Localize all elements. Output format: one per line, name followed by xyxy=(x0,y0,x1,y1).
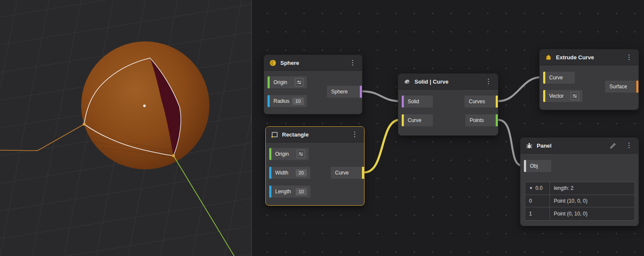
input-curve[interactable]: Curve xyxy=(543,72,575,84)
sliders-icon[interactable] xyxy=(295,78,303,87)
node-sphere-header[interactable]: Sphere ⋮ xyxy=(264,55,362,71)
port-label: Sphere xyxy=(331,89,348,95)
port-label: Curve xyxy=(408,117,421,123)
solid-curve-icon xyxy=(403,78,411,85)
origin-vertex[interactable] xyxy=(143,105,146,107)
input-origin[interactable]: Origin xyxy=(268,76,307,88)
table-row-value: Point (0, 10, 0) xyxy=(550,207,635,220)
kebab-menu-icon[interactable]: ⋮ xyxy=(624,53,634,61)
bug-icon xyxy=(525,142,533,149)
node-extrude-curve-header[interactable]: Extrude Curve ⋮ xyxy=(540,49,638,65)
sliders-icon[interactable] xyxy=(297,150,305,158)
port-label: Radius xyxy=(273,98,289,104)
port-label: Solid xyxy=(408,99,419,105)
value-chip[interactable]: 10 xyxy=(292,98,303,105)
port-label: Length xyxy=(275,189,291,195)
node-title: Solid | Curve xyxy=(415,79,449,85)
value-chip[interactable]: 20 xyxy=(296,169,307,177)
node-title: Panel xyxy=(537,143,552,149)
rectangle-icon xyxy=(271,131,278,138)
output-surface[interactable]: Surface xyxy=(605,81,638,93)
kebab-menu-icon[interactable]: ⋮ xyxy=(484,77,493,86)
wire-curves-to-extrude[interactable] xyxy=(498,77,541,101)
node-sphere[interactable]: Sphere ⋮ Origin Radius 10 Sphere xyxy=(264,55,362,114)
input-curve[interactable]: Curve xyxy=(402,114,433,126)
port-label: Origin xyxy=(275,151,289,157)
sliders-icon[interactable] xyxy=(570,92,579,100)
wire-sphere-to-solid[interactable] xyxy=(362,91,400,101)
node-title: Extrude Curve xyxy=(556,54,594,61)
node-title: Sphere xyxy=(280,60,299,66)
kebab-menu-icon[interactable]: ⋮ xyxy=(624,141,634,150)
port-label: Curves xyxy=(469,99,485,105)
output-sphere[interactable]: Sphere xyxy=(327,86,362,98)
node-editor-canvas[interactable]: Sphere ⋮ Origin Radius 10 Sphere Rectang… xyxy=(252,0,644,256)
node-panel-header[interactable]: Panel ⋮ xyxy=(520,138,638,154)
table-row-value: Point (10, 0, 0) xyxy=(550,195,635,208)
3d-viewport[interactable] xyxy=(0,0,252,256)
port-label: Origin xyxy=(273,79,287,85)
node-rectangle[interactable]: Rectangle ⋮ Origin Width 20 Length 10 Cu… xyxy=(265,126,365,206)
node-solid-curve[interactable]: Solid | Curve ⋮ Solid Curve Curves Point… xyxy=(398,73,498,136)
input-obj[interactable]: Obj xyxy=(524,160,551,172)
port-label: Obj xyxy=(530,163,538,169)
table-header-value: length: 2 xyxy=(550,182,635,195)
wire-points-to-panel[interactable] xyxy=(498,120,522,166)
table-header-key[interactable]: ▼ 0.0 xyxy=(525,182,550,195)
port-label: Surface xyxy=(609,84,627,90)
port-label: Curve xyxy=(335,170,349,176)
node-rectangle-header[interactable]: Rectangle ⋮ xyxy=(266,127,364,143)
table-row-key: 1 xyxy=(525,207,550,220)
node-solid-curve-header[interactable]: Solid | Curve ⋮ xyxy=(398,74,498,90)
node-panel[interactable]: Panel ⋮ Obj ▼ 0.0 length: 2 0 Point (10,… xyxy=(520,137,639,226)
viewport-scene xyxy=(0,0,252,256)
panel-data-table: ▼ 0.0 length: 2 0 Point (10, 0, 0) 1 Poi… xyxy=(525,182,635,221)
kebab-menu-icon[interactable]: ⋮ xyxy=(350,130,359,139)
value-chip[interactable]: 10 xyxy=(296,188,307,195)
table-row-key: 0 xyxy=(525,195,550,208)
collapse-triangle-icon[interactable]: ▼ xyxy=(529,186,533,190)
pencil-icon[interactable] xyxy=(610,143,616,149)
kebab-menu-icon[interactable]: ⋮ xyxy=(348,58,357,67)
intersection-vertex-right[interactable] xyxy=(172,154,175,157)
sphere-icon xyxy=(269,59,276,67)
output-curve[interactable]: Curve xyxy=(331,167,364,179)
input-solid[interactable]: Solid xyxy=(402,96,433,108)
node-extrude-curve[interactable]: Extrude Curve ⋮ Curve Vector Surface xyxy=(539,49,639,110)
extrude-curve-icon xyxy=(544,53,552,61)
input-length[interactable]: Length 10 xyxy=(269,186,310,198)
wire-rectangle-to-curve[interactable] xyxy=(365,120,400,172)
output-curves[interactable]: Curves xyxy=(465,96,498,108)
port-label: Width xyxy=(275,170,288,176)
input-width[interactable]: Width 20 xyxy=(269,167,310,179)
port-label: Curve xyxy=(549,75,563,81)
input-origin[interactable]: Origin xyxy=(269,148,309,160)
output-points[interactable]: Points xyxy=(465,114,498,126)
port-label: Points xyxy=(470,117,484,123)
input-radius[interactable]: Radius 10 xyxy=(268,95,307,107)
intersection-vertex-left[interactable] xyxy=(83,123,86,126)
node-title: Rectangle xyxy=(282,131,309,138)
table-header-index: 0.0 xyxy=(535,185,543,191)
port-label: Vector xyxy=(549,93,564,99)
input-vector[interactable]: Vector xyxy=(543,90,582,102)
